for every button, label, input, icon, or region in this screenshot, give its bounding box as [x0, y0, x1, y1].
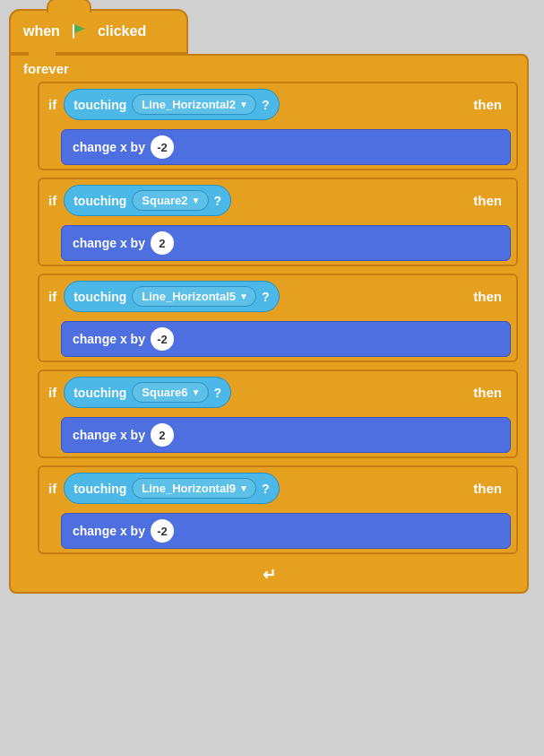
- then-keyword-4: then: [473, 481, 507, 496]
- if-header-3: if touching Square6 ▼ ? then: [39, 371, 516, 413]
- when-clicked-block[interactable]: when clicked: [9, 9, 188, 54]
- if-block-1: if touching Square2 ▼ ? then change x by: [38, 178, 518, 266]
- forever-bottom: ↵: [11, 560, 527, 592]
- if-keyword-2: if: [48, 289, 56, 304]
- then-keyword-2: then: [473, 289, 507, 304]
- dropdown-arrow-4: ▼: [239, 483, 248, 493]
- value-bubble-0: -2: [151, 135, 174, 159]
- dropdown-arrow-3: ▼: [192, 387, 201, 397]
- if-keyword-1: if: [48, 193, 56, 208]
- forever-block: forever if touching Line_Horizontal2 ▼ ?…: [9, 54, 529, 594]
- sprite-name-4: Line_Horizontal9: [142, 482, 236, 495]
- question-0: ?: [262, 98, 270, 112]
- question-2: ?: [262, 290, 270, 304]
- if-keyword-4: if: [48, 481, 56, 496]
- value-bubble-3: 2: [151, 423, 174, 447]
- svg-rect-0: [73, 24, 74, 39]
- value-bubble-2: -2: [151, 327, 174, 351]
- touching-condition-1[interactable]: touching Square2 ▼ ?: [64, 185, 231, 216]
- if-block-4: if touching Line_Horizontal9 ▼ ? then ch…: [38, 465, 518, 554]
- value-bubble-4: -2: [151, 519, 174, 543]
- touching-condition-2[interactable]: touching Line_Horizontal5 ▼ ?: [64, 281, 279, 312]
- change-x-block-2[interactable]: change x by -2: [61, 321, 511, 357]
- sprite-name-1: Square2: [142, 194, 187, 207]
- if-body-3: change x by 2: [39, 413, 516, 456]
- then-keyword-0: then: [473, 97, 507, 112]
- flag-icon: [67, 20, 91, 43]
- change-x-label-4: change x by: [73, 524, 145, 538]
- then-keyword-3: then: [473, 385, 507, 400]
- sprite-dropdown-0[interactable]: Line_Horizontal2 ▼: [132, 94, 256, 115]
- if-body-4: change x by -2: [39, 509, 516, 552]
- scratch-workspace: when clicked forever if touching Line_Ho…: [9, 9, 529, 594]
- when-label: when: [23, 23, 60, 39]
- change-x-block-4[interactable]: change x by -2: [61, 513, 511, 549]
- sprite-dropdown-2[interactable]: Line_Horizontal5 ▼: [132, 286, 256, 307]
- sprite-dropdown-3[interactable]: Square6 ▼: [132, 382, 208, 403]
- forever-label: forever: [11, 56, 527, 76]
- touching-label-4: touching: [73, 482, 126, 496]
- dropdown-arrow-0: ▼: [239, 100, 248, 109]
- if-header-4: if touching Line_Horizontal9 ▼ ? then: [39, 467, 516, 509]
- touching-condition-0[interactable]: touching Line_Horizontal2 ▼ ?: [64, 89, 279, 120]
- touching-label-0: touching: [73, 98, 126, 112]
- if-keyword-3: if: [48, 385, 56, 400]
- if-body-1: change x by 2: [39, 222, 516, 265]
- touching-label-1: touching: [73, 194, 126, 208]
- change-x-block-0[interactable]: change x by -2: [61, 129, 511, 165]
- change-x-label-1: change x by: [73, 236, 145, 250]
- touching-label-3: touching: [73, 386, 126, 400]
- sprite-dropdown-1[interactable]: Square2 ▼: [132, 190, 208, 211]
- hat-bump: [47, 0, 91, 13]
- if-block-2: if touching Line_Horizontal5 ▼ ? then ch…: [38, 274, 518, 362]
- clicked-label: clicked: [98, 23, 146, 39]
- forever-content: if touching Line_Horizontal2 ▼ ? then ch…: [11, 76, 527, 560]
- if-block-0: if touching Line_Horizontal2 ▼ ? then ch…: [38, 82, 518, 170]
- loop-arrow-icon: ↵: [263, 565, 276, 585]
- if-header-1: if touching Square2 ▼ ? then: [39, 179, 516, 222]
- value-bubble-1: 2: [151, 231, 174, 255]
- if-block-3: if touching Square6 ▼ ? then change x by: [38, 369, 518, 458]
- touching-label-2: touching: [73, 290, 126, 304]
- change-x-label-3: change x by: [73, 428, 145, 442]
- question-1: ?: [214, 194, 222, 208]
- dropdown-arrow-2: ▼: [239, 291, 248, 301]
- svg-marker-1: [74, 24, 85, 33]
- then-keyword-1: then: [473, 193, 507, 208]
- touching-condition-3[interactable]: touching Square6 ▼ ?: [64, 377, 231, 408]
- if-header-0: if touching Line_Horizontal2 ▼ ? then: [39, 83, 516, 126]
- if-body-2: change x by -2: [39, 317, 516, 361]
- question-4: ?: [262, 482, 270, 496]
- if-body-0: change x by -2: [39, 126, 516, 169]
- if-keyword-0: if: [48, 97, 56, 112]
- dropdown-arrow-1: ▼: [192, 196, 201, 205]
- question-3: ?: [214, 386, 222, 400]
- change-x-block-1[interactable]: change x by 2: [61, 225, 511, 261]
- sprite-name-0: Line_Horizontal2: [142, 98, 236, 111]
- sprite-name-3: Square6: [142, 386, 187, 399]
- touching-condition-4[interactable]: touching Line_Horizontal9 ▼ ?: [64, 473, 279, 504]
- sprite-dropdown-4[interactable]: Line_Horizontal9 ▼: [132, 478, 256, 499]
- if-header-2: if touching Line_Horizontal5 ▼ ? then: [39, 275, 516, 317]
- change-x-label-0: change x by: [73, 140, 145, 154]
- change-x-label-2: change x by: [73, 332, 145, 346]
- change-x-block-3[interactable]: change x by 2: [61, 417, 511, 453]
- sprite-name-2: Line_Horizontal5: [142, 290, 236, 303]
